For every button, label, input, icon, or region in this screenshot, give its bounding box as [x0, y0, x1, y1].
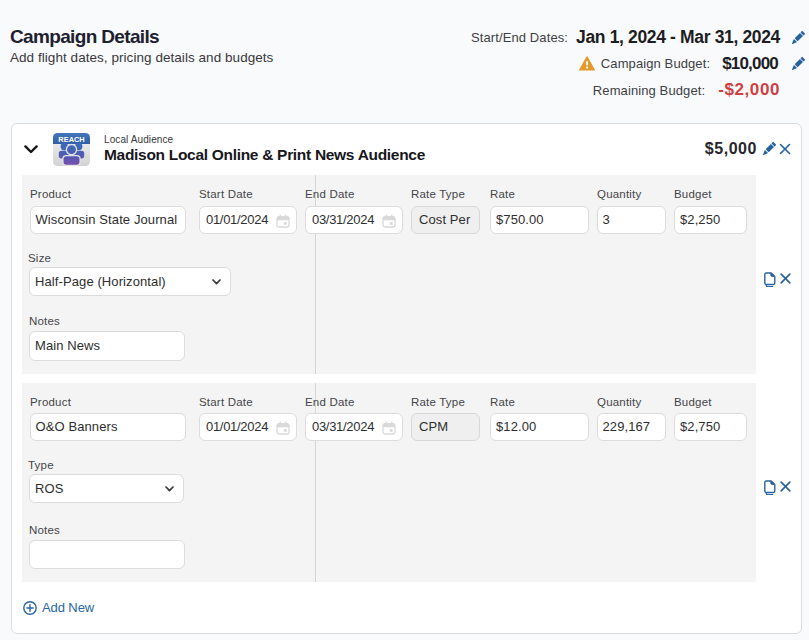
svg-text:REACH: REACH	[58, 135, 84, 144]
